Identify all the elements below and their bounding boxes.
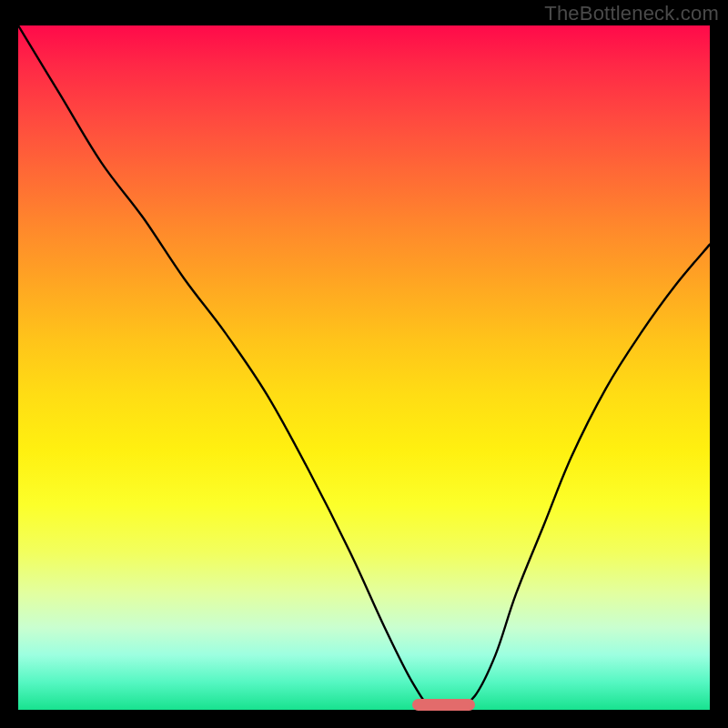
bottleneck-curve <box>18 25 710 710</box>
optimum-marker <box>412 699 474 711</box>
chart-frame: TheBottleneck.com <box>0 0 728 728</box>
plot-area <box>18 25 710 710</box>
watermark-text: TheBottleneck.com <box>544 2 719 25</box>
